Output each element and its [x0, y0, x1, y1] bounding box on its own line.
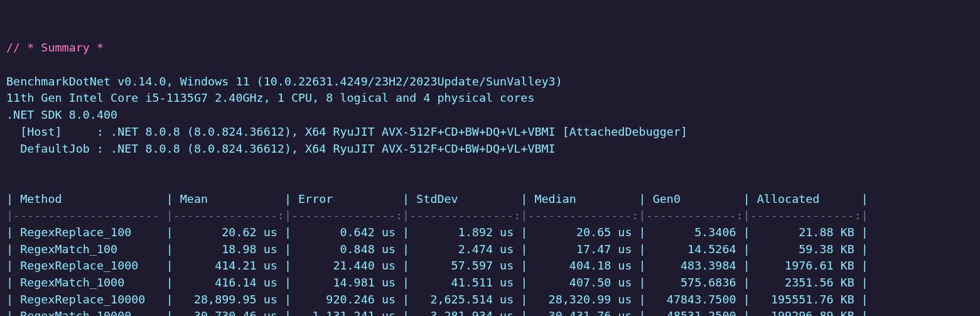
- table-body: | RegexReplace_100 | 20.62 us | 0.642 us…: [6, 226, 868, 316]
- cpu-line: 11th Gen Intel Core i5-1135G7 2.40GHz, 1…: [6, 91, 534, 104]
- sdk-line: .NET SDK 8.0.400: [6, 108, 117, 121]
- table-header-row: | Method | Mean | Error | StdDev | Media…: [6, 192, 868, 205]
- host-line: [Host] : .NET 8.0.8 (8.0.824.36612), X64…: [6, 125, 687, 138]
- env-line: BenchmarkDotNet v0.14.0, Windows 11 (10.…: [6, 75, 563, 88]
- table-divider-row: |--------------------- |---------------:…: [6, 209, 868, 222]
- summary-comment: // * Summary *: [6, 41, 104, 54]
- job-line: DefaultJob : .NET 8.0.8 (8.0.824.36612),…: [6, 142, 556, 155]
